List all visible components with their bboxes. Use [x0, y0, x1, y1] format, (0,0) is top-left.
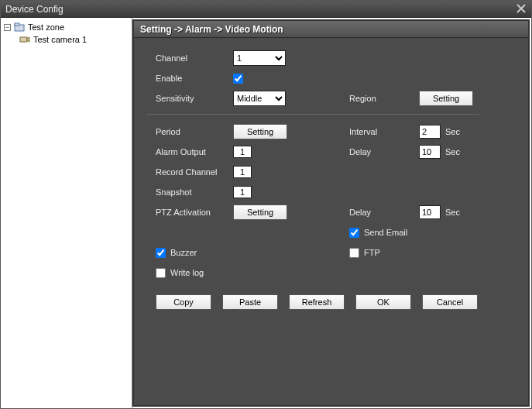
label-region: Region — [349, 94, 419, 103]
send-email-checkbox[interactable] — [349, 228, 359, 238]
label-write-log: Write log — [170, 268, 204, 277]
label-period: Period — [156, 127, 233, 136]
unit-sec-1: Sec — [445, 127, 460, 136]
sensitivity-select[interactable]: Middle — [233, 91, 286, 106]
write-log-checkbox[interactable] — [156, 268, 166, 278]
window-title: Device Config — [5, 4, 63, 15]
refresh-button[interactable]: Refresh — [289, 294, 345, 310]
tree-root-item[interactable]: − Test zone — [2, 21, 130, 33]
unit-sec-3: Sec — [445, 208, 460, 217]
device-config-window: Device Config − Test zone Test camera 1 … — [0, 0, 532, 409]
cancel-button[interactable]: Cancel — [422, 294, 478, 310]
divider-1 — [146, 114, 479, 115]
ftp-checkbox[interactable] — [349, 248, 359, 258]
camera-icon — [19, 35, 30, 44]
label-enable: Enable — [156, 74, 233, 83]
channel-select[interactable]: 1 — [233, 50, 286, 66]
alarm-output-value[interactable]: 1 — [233, 146, 252, 158]
device-tree: − Test zone Test camera 1 — [1, 18, 132, 408]
snapshot-value[interactable]: 1 — [233, 186, 252, 198]
button-bar: Copy Paste Refresh OK Cancel — [156, 294, 520, 310]
region-setting-button[interactable]: Setting — [419, 91, 473, 106]
interval-input[interactable] — [419, 125, 441, 139]
label-send-email: Send Email — [364, 228, 407, 237]
ptz-setting-button[interactable]: Setting — [233, 204, 287, 220]
tree-child-label: Test camera 1 — [33, 35, 87, 44]
main-panel: Setting -> Alarm -> Video Motion Channel… — [132, 19, 530, 407]
tree-root-label: Test zone — [28, 22, 64, 32]
tree-child-item[interactable]: Test camera 1 — [2, 33, 130, 46]
label-ptz-activation: PTZ Activation — [156, 208, 233, 217]
paste-button[interactable]: Paste — [222, 294, 278, 310]
zone-icon — [14, 22, 25, 32]
svg-rect-1 — [15, 23, 19, 26]
label-delay-alarm: Delay — [349, 147, 419, 156]
unit-sec-2: Sec — [445, 147, 460, 156]
label-sensitivity: Sensitivity — [156, 94, 233, 103]
label-delay-ptz: Delay — [349, 208, 419, 217]
record-channel-value[interactable]: 1 — [233, 166, 252, 178]
svg-rect-2 — [20, 37, 27, 42]
label-record-channel: Record Channel — [156, 167, 233, 177]
label-ftp: FTP — [364, 248, 380, 257]
ptz-delay-input[interactable] — [419, 205, 441, 219]
copy-button[interactable]: Copy — [156, 294, 211, 310]
label-buzzer: Buzzer — [170, 248, 197, 257]
breadcrumb: Setting -> Alarm -> Video Motion — [134, 21, 528, 38]
label-snapshot: Snapshot — [156, 187, 233, 197]
label-channel: Channel — [156, 53, 233, 63]
label-alarm-output: Alarm Output — [156, 147, 233, 156]
buzzer-checkbox[interactable] — [156, 248, 166, 258]
tree-collapse-icon[interactable]: − — [4, 24, 11, 31]
enable-checkbox[interactable] — [233, 74, 243, 84]
close-icon[interactable] — [514, 2, 528, 15]
titlebar: Device Config — [1, 1, 531, 18]
alarm-delay-input[interactable] — [419, 145, 441, 159]
ok-button[interactable]: OK — [355, 294, 411, 310]
label-interval: Interval — [349, 127, 419, 136]
period-setting-button[interactable]: Setting — [233, 124, 287, 139]
